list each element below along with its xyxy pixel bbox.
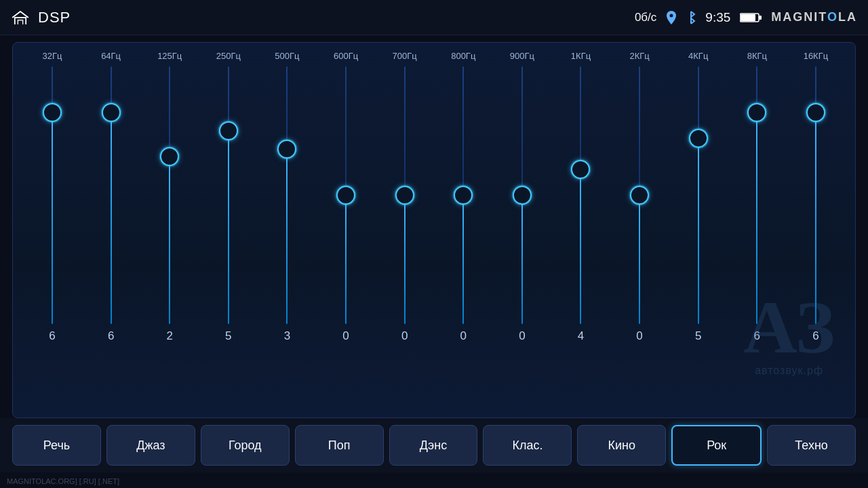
home-icon[interactable] [11, 11, 30, 24]
slider-col-12[interactable] [731, 66, 783, 324]
battery-icon [740, 12, 762, 23]
slider-col-2[interactable] [144, 66, 195, 324]
location-icon [666, 11, 677, 24]
preset-btn-речь[interactable]: Речь [12, 425, 101, 466]
slider-col-6[interactable] [379, 66, 431, 324]
value-label-2: 2 [144, 329, 195, 343]
freq-label-1: 64Гц [85, 51, 137, 61]
slider-knob-5[interactable] [336, 186, 355, 205]
value-label-8: 0 [496, 329, 548, 343]
slider-fill-3 [228, 131, 229, 324]
slider-col-13[interactable] [790, 66, 842, 324]
values-row: 66253000040566 [26, 329, 842, 343]
top-bar: DSP 0б/с 9:35 MAGNITOLA [0, 0, 868, 35]
freq-label-9: 1КГц [555, 51, 606, 61]
value-label-9: 4 [555, 329, 606, 343]
preset-btn-рок[interactable]: Рок [671, 425, 762, 466]
preset-btn-поп[interactable]: Поп [295, 425, 384, 466]
preset-btn-техно[interactable]: Техно [767, 425, 856, 466]
slider-col-3[interactable] [203, 66, 254, 324]
slider-knob-11[interactable] [689, 129, 708, 148]
value-label-6: 0 [379, 329, 431, 343]
freq-label-5: 600Гц [320, 51, 372, 61]
freq-label-0: 32Гц [26, 51, 78, 61]
slider-fill-4 [286, 149, 288, 324]
freq-label-13: 16КГц [790, 51, 842, 61]
slider-knob-3[interactable] [219, 121, 238, 140]
freq-label-4: 500Гц [261, 51, 313, 61]
slider-col-7[interactable] [437, 66, 489, 324]
slider-knob-2[interactable] [160, 147, 179, 166]
slider-knob-1[interactable] [102, 103, 121, 122]
slider-fill-2 [169, 157, 170, 324]
slider-col-9[interactable] [555, 66, 606, 324]
preset-btn-джаз[interactable]: Джаз [106, 425, 195, 466]
page-title: DSP [38, 9, 71, 26]
freq-label-3: 250Гц [203, 51, 254, 61]
brand-logo: MAGNITOLA [771, 10, 857, 24]
freq-labels-row: 32Гц64Гц125Гц250Гц500Гц600Гц700Гц800Гц90… [26, 51, 842, 61]
value-label-0: 6 [26, 329, 78, 343]
slider-knob-6[interactable] [395, 186, 414, 205]
slider-knob-12[interactable] [747, 103, 766, 122]
value-label-11: 5 [673, 329, 724, 343]
preset-btn-дэнс[interactable]: Дэнс [389, 425, 478, 466]
speed-display: 0б/с [635, 11, 656, 24]
slider-col-8[interactable] [496, 66, 548, 324]
freq-label-10: 2КГц [614, 51, 665, 61]
eq-panel: АЗ автозвук.рф 32Гц64Гц125Гц250Гц500Гц60… [12, 42, 856, 418]
slider-fill-6 [404, 195, 406, 324]
preset-btn-клас.[interactable]: Клас. [483, 425, 572, 466]
slider-knob-9[interactable] [571, 160, 590, 179]
sliders-area [26, 66, 842, 324]
slider-col-0[interactable] [26, 66, 78, 324]
value-label-1: 6 [85, 329, 137, 343]
svg-rect-1 [18, 20, 22, 24]
value-label-3: 5 [203, 329, 254, 343]
value-label-7: 0 [437, 329, 489, 343]
slider-fill-0 [52, 113, 53, 324]
slider-knob-4[interactable] [277, 140, 296, 159]
slider-fill-5 [345, 195, 347, 324]
slider-col-4[interactable] [261, 66, 313, 324]
time-display: 9:35 [705, 10, 730, 25]
slider-fill-13 [815, 113, 816, 324]
value-label-4: 3 [261, 329, 313, 343]
slider-knob-10[interactable] [630, 186, 649, 205]
freq-label-12: 8КГц [731, 51, 783, 61]
slider-fill-1 [111, 113, 112, 324]
slider-fill-11 [698, 138, 699, 324]
preset-btn-город[interactable]: Город [201, 425, 290, 466]
preset-btn-кино[interactable]: Кино [577, 425, 666, 466]
slider-fill-9 [580, 169, 581, 324]
slider-col-10[interactable] [614, 66, 665, 324]
slider-fill-7 [462, 195, 464, 324]
top-left: DSP [11, 9, 71, 26]
slider-knob-13[interactable] [806, 103, 825, 122]
value-label-12: 6 [731, 329, 783, 343]
slider-knob-0[interactable] [43, 103, 62, 122]
freq-label-6: 700Гц [379, 51, 431, 61]
slider-fill-12 [756, 113, 757, 324]
footer-text: MAGNITOLAC.ORG] [.RU] [.NET] [7, 477, 119, 485]
freq-label-2: 125Гц [144, 51, 195, 61]
svg-rect-3 [741, 14, 755, 21]
slider-fill-10 [639, 195, 640, 324]
slider-fill-8 [521, 195, 523, 324]
svg-rect-0 [15, 18, 26, 24]
slider-col-11[interactable] [673, 66, 724, 324]
bluetooth-icon [686, 11, 696, 24]
slider-knob-8[interactable] [513, 186, 532, 205]
freq-label-8: 900Гц [496, 51, 548, 61]
slider-col-5[interactable] [320, 66, 372, 324]
slider-col-1[interactable] [85, 66, 137, 324]
watermark-domain: автозвук.рф [743, 365, 835, 377]
freq-label-11: 4КГц [673, 51, 724, 61]
slider-knob-7[interactable] [454, 186, 473, 205]
freq-label-7: 800Гц [437, 51, 489, 61]
value-label-10: 0 [614, 329, 665, 343]
value-label-13: 6 [790, 329, 842, 343]
top-right: 0б/с 9:35 MAGNITOLA [635, 10, 857, 25]
value-label-5: 0 [320, 329, 372, 343]
svg-rect-4 [759, 16, 762, 20]
